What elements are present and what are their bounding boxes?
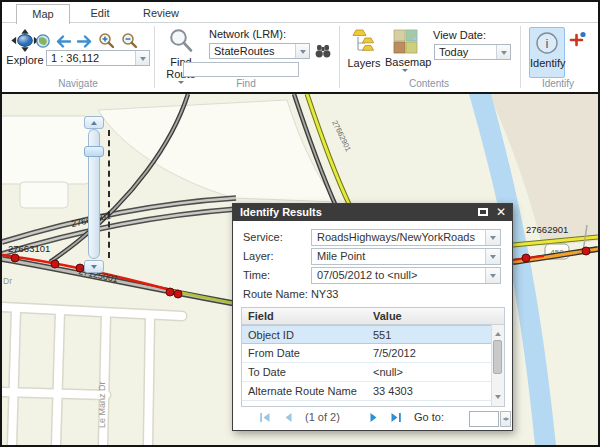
zoom-slider-down-button[interactable]	[84, 260, 104, 273]
chevron-down-icon	[140, 57, 146, 64]
tab-review[interactable]: Review	[132, 4, 190, 23]
layer-value: Mile Point	[317, 249, 483, 264]
zoom-slider-handle[interactable]	[84, 146, 104, 157]
table-row[interactable]: From Date 7/5/2012	[242, 344, 491, 363]
value-cell: 551	[373, 326, 489, 344]
identify-results-dialog: Identify Results ✕ Service: RoadsHighway…	[232, 203, 513, 431]
previous-result-button[interactable]	[282, 411, 295, 424]
field-cell: Alternate Route Name	[248, 382, 366, 400]
view-date-combobox[interactable]: Today	[434, 44, 511, 60]
layer-dropdown-arrow[interactable]	[485, 249, 500, 264]
chevron-down-icon	[402, 69, 408, 75]
map-parcel	[2, 116, 90, 184]
layers-toc-icon	[352, 29, 376, 55]
table-header: Field Value	[242, 308, 504, 325]
layer-label: Layer:	[243, 248, 309, 264]
time-value: 07/05/2012 to <null>	[317, 268, 483, 283]
group-separator	[339, 26, 340, 88]
tab-edit[interactable]: Edit	[76, 4, 124, 23]
first-result-button[interactable]	[259, 411, 272, 424]
full-extent-globe-icon[interactable]	[35, 33, 51, 49]
map-view[interactable]: 450 27663001 27663101 27125001 27662901 …	[2, 92, 598, 445]
explore-label: Explore	[4, 54, 46, 66]
goto-label: Go to:	[414, 411, 444, 423]
time-combobox[interactable]: 07/05/2012 to <null>	[311, 267, 501, 284]
value-cell: 7/5/2012	[373, 344, 489, 362]
find-route-magnifier-icon	[168, 28, 194, 54]
scrollbar-thumb[interactable]	[493, 340, 502, 374]
chevron-down-icon	[490, 236, 496, 243]
field-column-header: Field	[248, 308, 366, 324]
map-zoom-slider[interactable]	[82, 116, 116, 276]
maximize-icon[interactable]	[478, 208, 488, 216]
street-name-edge-label: Dr	[3, 276, 12, 286]
chevron-up-icon	[91, 118, 97, 125]
time-label: Time:	[243, 267, 309, 283]
service-label: Service:	[243, 229, 309, 245]
network-lrm-combobox[interactable]: StateRoutes	[209, 43, 310, 59]
zoom-slider-ticks	[108, 130, 110, 258]
tab-map[interactable]: Map	[16, 4, 70, 24]
basemap-button[interactable]: Basemap	[385, 29, 425, 83]
application-window: Map Edit Review Explore	[0, 0, 600, 447]
table-row[interactable]: To Date <null>	[242, 363, 491, 382]
time-dropdown-arrow[interactable]	[485, 268, 500, 283]
scroll-down-icon[interactable]	[495, 395, 501, 402]
network-lrm-dropdown-arrow[interactable]	[295, 44, 309, 58]
goto-spinner[interactable]	[500, 411, 511, 427]
view-date-value: Today	[439, 45, 494, 59]
find-route-button[interactable]: Find Route	[160, 28, 202, 86]
view-date-label: View Date:	[433, 29, 486, 41]
network-lrm-value: StateRoutes	[214, 44, 293, 58]
map-scale-dropdown-arrow[interactable]	[135, 51, 149, 65]
back-arrow-icon[interactable]	[54, 35, 72, 48]
find-route-value-input[interactable]	[183, 62, 299, 77]
last-result-button[interactable]	[389, 411, 402, 424]
network-lrm-label: Network (LRM):	[209, 28, 286, 40]
basemap-label: Basemap	[385, 56, 425, 68]
service-value: RoadsHighways/NewYorkRoads	[317, 230, 483, 245]
service-combobox[interactable]: RoadsHighways/NewYorkRoads	[311, 229, 501, 246]
route-name-label: Route Name:	[243, 288, 308, 300]
chevron-down-icon	[490, 274, 496, 281]
table-scrollbar[interactable]	[491, 325, 504, 406]
close-icon[interactable]: ✕	[496, 205, 506, 220]
next-result-button[interactable]	[367, 411, 380, 424]
goto-input[interactable]	[469, 411, 499, 427]
binoculars-search-icon[interactable]	[314, 44, 332, 59]
ribbon: Map Edit Review Explore	[2, 2, 598, 92]
dialog-title: Identify Results	[240, 206, 322, 218]
zoom-slider-up-button[interactable]	[84, 116, 104, 129]
route-id-label-ne: 27662901	[526, 224, 568, 235]
identify-button[interactable]: i Identify	[529, 27, 565, 78]
table-row[interactable]: Alternate Route Name 33 4303	[242, 382, 491, 401]
view-date-dropdown-arrow[interactable]	[496, 45, 510, 59]
identify-route-tool-icon[interactable]	[569, 31, 587, 48]
group-label-navigate: Navigate	[38, 78, 118, 91]
dialog-titlebar[interactable]: Identify Results ✕	[233, 204, 512, 221]
map-scale-combobox[interactable]: 1 : 36,112	[46, 50, 150, 66]
group-label-find: Find	[206, 78, 286, 91]
zoom-out-icon[interactable]	[121, 32, 138, 49]
chevron-down-icon	[91, 265, 97, 272]
chevron-down-icon	[300, 50, 306, 57]
service-dropdown-arrow[interactable]	[485, 230, 500, 245]
layer-combobox[interactable]: Mile Point	[311, 248, 501, 265]
group-label-contents: Contents	[389, 78, 469, 91]
identify-circle-i-icon: i	[535, 31, 559, 55]
layers-button[interactable]: Layers	[346, 29, 382, 75]
table-row[interactable]: Object ID 551	[242, 325, 491, 344]
spinner-down-icon[interactable]	[503, 418, 509, 424]
map-parcel	[20, 182, 68, 208]
value-column-header: Value	[373, 308, 502, 324]
group-separator	[154, 26, 155, 88]
ribbon-tabstrip: Map Edit Review	[2, 2, 598, 23]
result-pager: (1 of 2) Go to:	[233, 408, 512, 430]
forward-arrow-icon[interactable]	[76, 35, 94, 48]
basemap-tiles-icon	[393, 29, 418, 54]
chevron-down-icon	[178, 81, 184, 87]
value-cell: <null>	[373, 363, 489, 381]
zoom-in-icon[interactable]	[98, 32, 115, 49]
chevron-down-icon	[490, 255, 496, 262]
scroll-up-icon[interactable]	[495, 329, 501, 336]
